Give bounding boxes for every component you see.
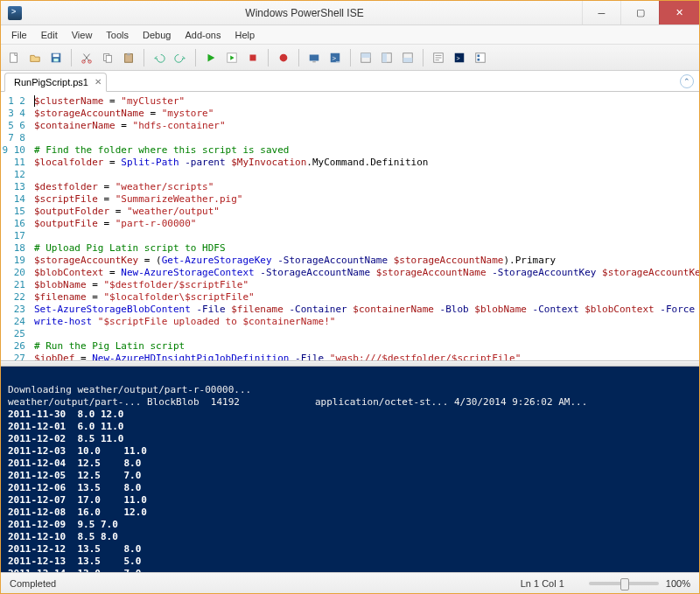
close-button[interactable]: ✕	[659, 1, 699, 24]
new-button[interactable]	[4, 48, 24, 67]
paste-button[interactable]	[119, 48, 138, 67]
remote-button[interactable]	[304, 48, 324, 67]
cut-button[interactable]	[77, 48, 96, 67]
run-button[interactable]	[201, 48, 220, 67]
collapse-script-pane-icon[interactable]: ⌃	[680, 74, 694, 88]
show-script-button[interactable]	[429, 48, 448, 67]
tab-close-icon[interactable]: ✕	[94, 77, 102, 87]
console-pane[interactable]: Downloading weather/output/part-r-00000.…	[1, 367, 699, 572]
minimize-button[interactable]: ─	[582, 1, 620, 24]
svg-rect-13	[310, 54, 319, 60]
svg-rect-26	[476, 52, 486, 62]
status-text: Completed	[10, 578, 56, 589]
cursor-position: Ln 1 Col 1	[521, 578, 564, 589]
titlebar: Windows PowerShell ISE ─ ▢ ✕	[1, 1, 699, 25]
zoom-level: 100%	[666, 578, 690, 589]
app-icon	[8, 6, 22, 20]
menu-debug[interactable]: Debug	[136, 27, 178, 43]
menu-view[interactable]: View	[65, 27, 100, 43]
svg-rect-18	[361, 52, 371, 57]
redo-button[interactable]	[171, 48, 190, 67]
svg-rect-7	[106, 55, 111, 62]
show-commands-button[interactable]	[471, 48, 490, 67]
menubar: FileEditViewToolsDebugAdd-onsHelp	[1, 25, 699, 45]
svg-rect-0	[10, 52, 18, 62]
status-bar: Completed Ln 1 Col 1 100%	[1, 572, 699, 593]
tab-strip: RunPigScript.ps1 ✕ ⌃	[1, 71, 699, 92]
layout-2-button[interactable]	[377, 48, 396, 67]
svg-rect-3	[53, 58, 58, 61]
show-console-button[interactable]: >	[450, 48, 469, 67]
run-selection-button[interactable]	[222, 48, 242, 67]
menu-file[interactable]: File	[4, 27, 34, 43]
zoom-slider[interactable]	[589, 582, 659, 585]
save-button[interactable]	[46, 48, 66, 67]
copy-button[interactable]	[98, 48, 117, 67]
svg-text:>_: >_	[332, 53, 341, 61]
menu-help[interactable]: Help	[228, 27, 262, 43]
svg-point-12	[280, 53, 288, 61]
toggle-console-button[interactable]: >_	[326, 48, 345, 67]
svg-rect-9	[127, 52, 130, 55]
menu-edit[interactable]: Edit	[34, 27, 65, 43]
app-window: Windows PowerShell ISE ─ ▢ ✕ FileEditVie…	[0, 0, 700, 594]
breakpoint-button[interactable]	[274, 48, 293, 67]
svg-rect-27	[478, 54, 480, 57]
svg-rect-20	[382, 52, 387, 62]
svg-rect-28	[478, 58, 480, 60]
layout-1-button[interactable]	[356, 48, 375, 67]
window-title: Windows PowerShell ISE	[245, 7, 363, 19]
tab-runpigscript[interactable]: RunPigScript.ps1 ✕	[4, 73, 107, 92]
tab-label: RunPigScript.ps1	[14, 77, 88, 87]
toolbar: >_>	[1, 45, 699, 71]
undo-button[interactable]	[150, 48, 169, 67]
svg-text:>: >	[457, 54, 460, 60]
script-editor[interactable]: 1 2 3 4 5 6 7 8 9 10 11 12 13 14 15 16 1…	[1, 92, 699, 361]
open-button[interactable]	[25, 48, 45, 67]
stop-button[interactable]	[243, 48, 262, 67]
svg-rect-2	[53, 53, 60, 57]
line-number-gutter: 1 2 3 4 5 6 7 8 9 10 11 12 13 14 15 16 1…	[1, 92, 31, 360]
svg-rect-14	[312, 61, 316, 62]
svg-rect-22	[403, 58, 413, 62]
code-area[interactable]: $clusterName = "myCluster" $storageAccou…	[31, 92, 699, 360]
menu-tools[interactable]: Tools	[99, 27, 136, 43]
svg-rect-11	[250, 54, 256, 60]
maximize-button[interactable]: ▢	[620, 1, 659, 24]
layout-3-button[interactable]	[398, 48, 417, 67]
menu-add-ons[interactable]: Add-ons	[178, 27, 228, 43]
